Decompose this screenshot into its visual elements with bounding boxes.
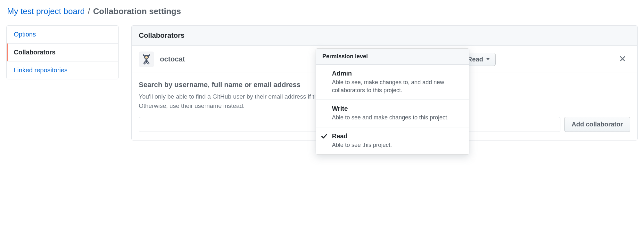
permission-dropdown-menu: Permission level Admin Able to see, make… (316, 48, 469, 155)
sidebar-item-linked-repositories[interactable]: Linked repositories (7, 61, 118, 79)
dropdown-item-admin[interactable]: Admin Able to see, make changes to, and … (316, 65, 469, 100)
breadcrumb: My test project board / Collaboration se… (6, 6, 638, 16)
dropdown-item-title: Admin (332, 70, 463, 77)
sidebar-item-collaborators[interactable]: Collaborators (7, 44, 118, 61)
dropdown-item-description: Able to see and make changes to this pro… (332, 114, 463, 122)
check-icon (321, 133, 327, 141)
dropdown-item-title: Write (332, 105, 463, 112)
sidebar-item-label: Collaborators (14, 49, 55, 56)
dropdown-item-write[interactable]: Write Able to see and make changes to th… (316, 100, 469, 127)
dropdown-item-description: Able to see, make changes to, and add ne… (332, 78, 463, 94)
dropdown-header: Permission level (316, 49, 469, 65)
main-content: Collaborators octocat Read (131, 25, 638, 176)
close-icon (619, 56, 626, 62)
avatar (139, 52, 154, 67)
add-collaborator-button[interactable]: Add collaborator (564, 117, 630, 132)
svg-point-2 (145, 56, 148, 59)
sidebar-item-label: Linked repositories (14, 67, 68, 74)
breadcrumb-parent-link[interactable]: My test project board (7, 6, 85, 16)
breadcrumb-separator: / (88, 6, 90, 16)
caret-down-icon (486, 58, 490, 60)
sidebar-item-options[interactable]: Options (7, 26, 118, 44)
panel-title: Collaborators (132, 26, 637, 46)
permission-selected-label: Read (467, 56, 483, 63)
settings-sidebar: Options Collaborators Linked repositorie… (6, 25, 119, 79)
divider (131, 176, 638, 176)
dropdown-item-title: Read (332, 133, 463, 140)
breadcrumb-current: Collaboration settings (93, 6, 181, 16)
dropdown-item-read[interactable]: Read Able to see this project. (316, 127, 469, 154)
remove-collaborator-button[interactable] (617, 54, 628, 65)
sidebar-item-label: Options (14, 31, 36, 38)
octocat-icon (141, 53, 152, 65)
dropdown-item-description: Able to see this project. (332, 141, 463, 149)
